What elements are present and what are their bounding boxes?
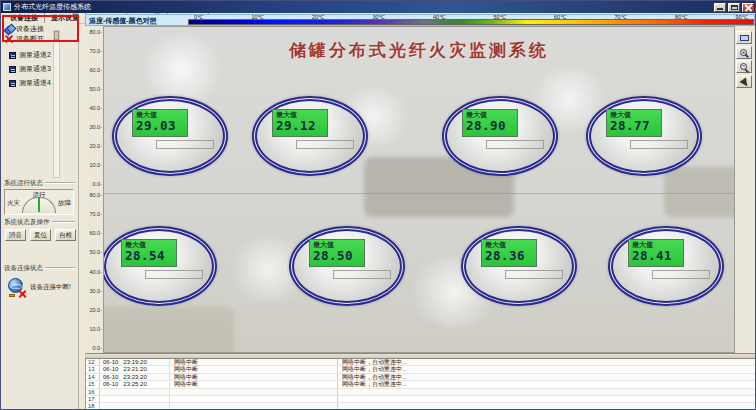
- tank-gauge-7: 最大值 28.36: [461, 226, 577, 306]
- dial-needle: [38, 197, 40, 212]
- colorbar-gradient: 0℃ 10℃ 20℃ 30℃ 40℃ 50℃ 60℃ 70℃ 80℃ 90℃: [188, 15, 754, 25]
- self-test-button[interactable]: 自检: [55, 229, 76, 241]
- tank-farm-view: 储罐分布式光纤火灾监测系统 最大值 29.03 最大值 29.12: [103, 26, 735, 353]
- lcd-display: 最大值 28.77: [606, 109, 662, 137]
- tree-item-channel-4[interactable]: 测量通道4: [9, 78, 51, 88]
- log-row[interactable]: 17: [86, 396, 755, 403]
- max-value: 28.90: [466, 119, 517, 133]
- log-row[interactable]: 16: [86, 389, 755, 396]
- menu-item-display-settings[interactable]: 显示设置: [45, 13, 86, 23]
- title-bar: 分布式光纤温度传感系统: [1, 1, 756, 13]
- lcd-display: 最大值 28.36: [481, 239, 537, 267]
- y-axis-upper: 80.0 70.0 60.0 50.0 40.0 30.0 20.0 10.0 …: [85, 26, 103, 189]
- menu-item-device-connect[interactable]: 设备连接: [4, 13, 45, 23]
- mute-button[interactable]: 消音: [5, 229, 26, 241]
- device-connect-label: 设备连接: [16, 24, 44, 34]
- close-button[interactable]: [742, 3, 754, 12]
- window-title: 分布式光纤温度传感系统: [14, 1, 91, 13]
- lcd-display: 最大值 28.41: [628, 239, 684, 267]
- lcd-display: 最大值 28.50: [309, 239, 365, 267]
- lcd-display: 最大值 28.54: [121, 239, 177, 267]
- log-row[interactable]: 14 06-1023:23:20 网络中断 网络中断，自动重连中...: [86, 374, 755, 381]
- channel-label: 测量通道4: [19, 78, 51, 88]
- tank-gauge-2: 最大值 29.12: [252, 96, 368, 176]
- connection-interrupted-status: 设备连接中断!: [30, 283, 71, 292]
- log-row[interactable]: 12 06-1023:19:20 网络中断 网络中断，自动重连中...: [86, 359, 755, 366]
- pan-hand-icon: [739, 77, 750, 88]
- connect-icon: [5, 25, 13, 33]
- minimize-button[interactable]: [714, 3, 726, 12]
- tank-gauge-4: 最大值 28.77: [586, 96, 702, 176]
- status-dial: 运行 火灾 故障: [4, 189, 74, 215]
- log-row[interactable]: 13 06-1023:21:20 网络中断 网络中断，自动重连中...: [86, 366, 755, 373]
- device-disconnect-label: 设备断开: [16, 34, 44, 44]
- network-error-icon: [7, 277, 27, 297]
- max-value: 28.36: [485, 249, 536, 263]
- fit-view-button[interactable]: [736, 31, 752, 44]
- lcd-display: 最大值 28.90: [462, 109, 518, 137]
- max-value: 28.41: [632, 249, 683, 263]
- page-title: 储罐分布式光纤火灾监测系统: [104, 39, 734, 62]
- lcd-display: 最大值 29.12: [272, 109, 328, 137]
- event-log-table: 12 06-1023:19:20 网络中断 网络中断，自动重连中... 13 0…: [85, 359, 755, 410]
- max-value: 28.54: [125, 249, 176, 263]
- zoom-out-icon: −: [740, 63, 747, 70]
- channel-icon: [9, 80, 16, 87]
- app-window: 分布式光纤温度传感系统 设备连接 显示设置 权限管理 设备配置 运行记录 技术支…: [0, 0, 756, 410]
- max-value: 29.03: [136, 119, 187, 133]
- zoom-in-button[interactable]: +: [736, 46, 752, 59]
- channel-label: 测量通道2: [19, 50, 51, 60]
- minimize-icon: [717, 8, 723, 10]
- y-axis-lower: 80.0 70.0 60.0 50.0 40.0 30.0 20.0 10.0 …: [85, 189, 103, 353]
- channel-label: 测量通道3: [19, 64, 51, 74]
- colorbar-scale: [188, 19, 754, 25]
- temperature-colorbar: 温度-传感值-颜色对照 0℃ 10℃ 20℃ 30℃ 40℃ 50℃ 60℃ 7…: [85, 14, 755, 26]
- pan-button[interactable]: [736, 75, 752, 88]
- view-toolbar: + −: [736, 31, 754, 88]
- zoom-in-icon: +: [740, 49, 747, 56]
- max-value: 28.50: [313, 249, 364, 263]
- dial-fault-label: 故障: [58, 199, 71, 208]
- colorbar-label: 温度-传感值-颜色对照: [86, 15, 188, 25]
- group-system-status: 系统运行状态: [4, 179, 75, 188]
- max-value: 28.77: [610, 119, 661, 133]
- disconnect-icon: [5, 35, 13, 43]
- channel-icon: [9, 66, 16, 73]
- dial-fire-label: 火灾: [7, 199, 20, 208]
- sidebar: 设备连接 设备断开 测量通道2 测量通道3 测量通道4 系统运行状态 运行 火灾…: [1, 23, 79, 410]
- zoom-out-button[interactable]: −: [736, 60, 752, 73]
- tank-gauge-5: 最大值 28.54: [103, 226, 217, 306]
- maximize-button[interactable]: [728, 3, 740, 12]
- sidebar-item-device-connect[interactable]: 设备连接: [5, 24, 44, 34]
- screen-icon: [740, 35, 749, 41]
- app-icon: [3, 3, 11, 11]
- group-conn-status: 设备连接状态: [4, 264, 75, 273]
- tree-item-channel-2[interactable]: 测量通道2: [9, 50, 51, 60]
- reset-button[interactable]: 复位: [30, 229, 51, 241]
- channel-icon: [9, 52, 16, 59]
- system-status-label: 系统运行状态: [4, 179, 43, 188]
- maximize-icon: [731, 5, 738, 10]
- lcd-display: 最大值 29.03: [132, 109, 188, 137]
- log-row[interactable]: 15 06-1023:25:20 网络中断 网络中断，自动重连中...: [86, 381, 755, 388]
- ops-label: 系统状态及操作: [4, 218, 50, 227]
- max-value: 29.12: [276, 119, 327, 133]
- chart-area: 80.0 70.0 60.0 50.0 40.0 30.0 20.0 10.0 …: [85, 26, 755, 353]
- log-row[interactable]: 18: [86, 403, 755, 410]
- tree-item-channel-3[interactable]: 测量通道3: [9, 64, 51, 74]
- tank-gauge-3: 最大值 28.90: [442, 96, 558, 176]
- tank-gauge-6: 最大值 28.50: [289, 226, 405, 306]
- sidebar-item-device-disconnect[interactable]: 设备断开: [5, 34, 44, 44]
- conn-status-group-label: 设备连接状态: [4, 264, 43, 273]
- tank-gauge-1: 最大值 29.03: [112, 96, 228, 176]
- tree-scrollbar[interactable]: [53, 30, 60, 178]
- tree-scrollbar-thumb[interactable]: [54, 31, 59, 40]
- tank-gauge-8: 最大值 28.41: [608, 226, 724, 306]
- group-ops: 系统状态及操作: [4, 218, 75, 227]
